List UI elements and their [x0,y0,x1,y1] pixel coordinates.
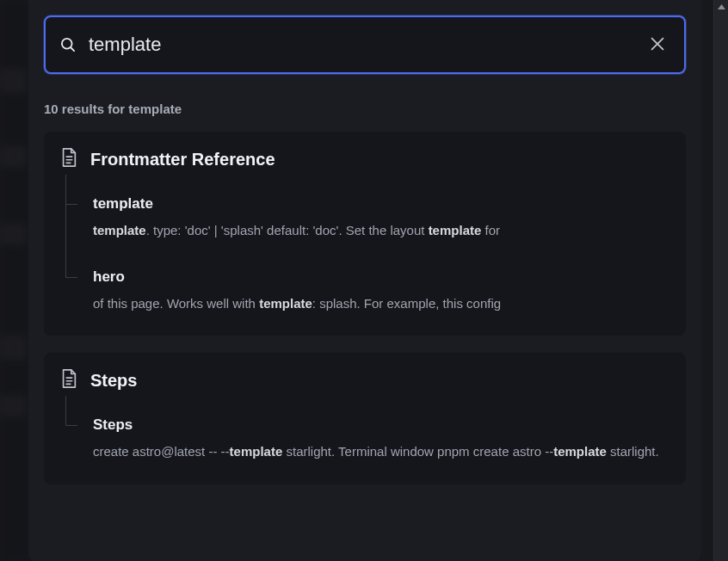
result-group-title: Frontmatter Reference [90,150,275,170]
result-group: Steps Steps create astro@latest -- --tem… [44,353,686,484]
result-item-title: template [93,195,670,213]
result-item-snippet: of this page. Works well with template: … [93,294,670,314]
result-group-header[interactable]: Steps [59,368,670,392]
result-item[interactable]: hero of this page. Works well with templ… [65,256,670,330]
result-item[interactable]: template template. type: 'doc' | 'splash… [65,183,670,256]
search-icon [59,36,77,53]
result-item-snippet: create astro@latest -- --template starli… [93,442,670,462]
result-group-title: Steps [90,371,137,391]
search-input[interactable] [89,34,632,56]
scrollbar-up-arrow[interactable] [714,0,728,14]
scrollbar-track[interactable] [713,0,728,561]
search-modal: 10 results for template Frontmatter Refe… [28,0,701,561]
result-group-header[interactable]: Frontmatter Reference [59,147,670,171]
close-icon [648,34,667,56]
sub-results: template template. type: 'doc' | 'splash… [65,183,670,329]
result-item-title: hero [93,268,670,286]
document-icon [59,147,78,171]
result-group: Frontmatter Reference template template.… [44,132,686,336]
results-count: 10 results for template [44,102,686,116]
document-icon [59,368,78,392]
result-item-title: Steps [93,416,670,434]
content-edge [701,0,713,561]
result-item[interactable]: Steps create astro@latest -- --template … [65,404,670,478]
clear-search-button[interactable] [645,31,670,59]
tree-line [65,396,66,404]
sub-results: Steps create astro@latest -- --template … [65,404,670,478]
result-item-snippet: template. type: 'doc' | 'splash' default… [93,221,670,241]
search-bar [44,15,686,74]
svg-line-1 [71,47,74,51]
